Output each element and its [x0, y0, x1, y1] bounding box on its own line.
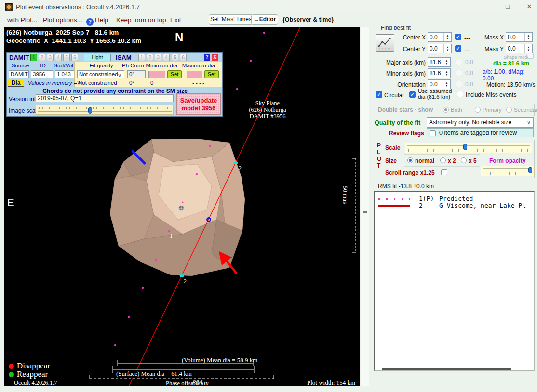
center-y-checkbox[interactable]: ✓	[455, 45, 461, 52]
observation-id[interactable]: 1(P)	[419, 195, 434, 202]
col-minimum-dia: Minimum dia	[146, 63, 177, 68]
minimum-dia-swatch[interactable]	[148, 71, 165, 78]
surface-mean-dia: (Surface) Mean dia = 61.4 km	[116, 370, 192, 378]
memory-ph-corrn: 0°	[129, 80, 134, 86]
center-x-checkbox[interactable]: ✓	[455, 34, 461, 40]
spinner-arrows-icon[interactable]: ▲▼	[443, 58, 450, 66]
include-miss-label: Include Miss events	[466, 91, 516, 98]
isam-model-4-button[interactable]: 4	[163, 54, 170, 61]
minimize-button[interactable]: —	[479, 2, 493, 11]
observations-listbox[interactable]: 1(P) Predicted 2 G Viscome, near Lake Pl	[374, 191, 535, 371]
set-minimum-button[interactable]: Set	[167, 70, 182, 78]
slider-rail	[483, 168, 532, 169]
editor-button[interactable]: →Editor	[251, 14, 278, 25]
size-normal-radio[interactable]	[407, 157, 413, 163]
isam-model-5-button[interactable]: 5	[172, 54, 178, 61]
orientation-label: Orientation	[385, 81, 426, 88]
slider-rail	[407, 145, 530, 146]
damit-help-button[interactable]: ?	[204, 54, 210, 61]
observation-name[interactable]: Predicted	[439, 195, 473, 202]
minor-axis-checkbox[interactable]	[456, 70, 462, 76]
light-curves-button[interactable]: Light curves	[84, 54, 111, 61]
menu-keep-on-top[interactable]: Keep form on top	[116, 16, 166, 24]
shape-model-checkbox[interactable]	[528, 53, 534, 59]
damit-model-1-button[interactable]: 1	[30, 54, 37, 61]
mass-y-spinner[interactable]: 0.0▲▼	[506, 44, 533, 53]
set-miss-times-button[interactable]: Set 'Miss' Times	[209, 14, 253, 25]
form-opacity-thumb[interactable]	[528, 167, 532, 173]
fit-quality-select[interactable]: Not constrained∨	[77, 70, 124, 78]
menu-help[interactable]: ?Help	[86, 16, 108, 26]
damit-model-4-button[interactable]: 4	[55, 54, 62, 61]
isam-model-3-button[interactable]: 3	[155, 54, 161, 61]
splitter-grip	[363, 211, 367, 213]
review-flags-checkbox[interactable]	[430, 130, 436, 136]
minor-axis-spinner[interactable]: 81.6▲▼	[428, 68, 451, 78]
menu-plot-options[interactable]: Plot options...	[43, 16, 82, 24]
major-axis-checkbox[interactable]	[456, 59, 462, 65]
dia-button[interactable]: Dia	[8, 79, 24, 87]
double-both-radio[interactable]	[443, 107, 449, 113]
plot-letter-t: T	[377, 162, 380, 169]
slider-rail	[38, 111, 172, 112]
maximum-dia-swatch[interactable]	[187, 71, 202, 78]
double-primary-radio[interactable]	[475, 107, 481, 113]
observation-id[interactable]: 2	[419, 202, 423, 209]
scale-slider-thumb[interactable]	[463, 144, 467, 150]
center-y-spinner[interactable]: 0.0▲▼	[428, 44, 452, 53]
isam-model-6-button[interactable]: 6	[180, 54, 187, 61]
memory-fit-quality: Not constrained	[78, 80, 117, 86]
spinner-arrows-icon[interactable]: ▲▼	[524, 33, 532, 41]
horizontal-scrollbar[interactable]	[382, 368, 511, 370]
spinner-arrows-icon[interactable]: ▲▼	[524, 44, 532, 53]
major-axis-alt: 0.0	[465, 59, 473, 65]
damit-close-button[interactable]: X	[212, 54, 218, 61]
center-x-spinner[interactable]: 0.0▲▼	[428, 32, 452, 42]
set-maximum-button[interactable]: Set	[204, 70, 219, 78]
major-axis-spinner[interactable]: 81.6▲▼	[428, 57, 451, 67]
dia-readout: dia = 81.6 km	[493, 60, 529, 67]
quality-of-fit-select[interactable]: Astrometry only. No reliable size∨	[427, 117, 534, 128]
scroll-range-checkbox[interactable]	[441, 169, 447, 175]
isam-model-2-button[interactable]: 2	[147, 54, 153, 61]
scale-label: Scale	[385, 144, 400, 151]
spinner-arrows-icon[interactable]: ▲▼	[443, 44, 451, 53]
image-scale-thumb[interactable]	[88, 107, 92, 114]
spinner-arrows-icon[interactable]: ▲▼	[443, 33, 451, 41]
legend-reappear: Reappear	[17, 369, 48, 379]
orientation-spinner[interactable]: 0.0▲▼	[428, 79, 451, 89]
sky-plane-plot[interactable]: (626) Notburga 2025 Sep 7 81.6 km Geocen…	[4, 27, 360, 386]
size-x2-radio[interactable]	[440, 157, 446, 163]
damit-model-6-button[interactable]: 6	[71, 54, 78, 61]
col-surfvol: Surf/Vol	[53, 63, 74, 68]
east-label: E	[7, 196, 14, 209]
use-assumed-checkbox[interactable]: ✓	[409, 91, 416, 98]
damit-model-2-button[interactable]: 2	[39, 54, 45, 61]
menu-with-plot[interactable]: with Plot...	[7, 16, 37, 24]
size-x5-radio[interactable]	[461, 157, 467, 163]
close-button[interactable]: ✕	[522, 2, 537, 11]
spinner-arrows-icon[interactable]: ▲▼	[443, 80, 450, 89]
isam-model-1-button[interactable]: 1	[138, 54, 145, 61]
include-miss-checkbox[interactable]	[457, 91, 463, 97]
double-secondary-radio[interactable]	[506, 107, 512, 113]
version-info-field[interactable]: 2019-05-07, Q=1	[36, 94, 174, 102]
image-scale-slider[interactable]	[36, 105, 174, 115]
memory-maximum: - - - -	[192, 80, 204, 86]
splitter[interactable]	[361, 27, 369, 386]
save-update-model-button[interactable]: Save/updatemodel 3956	[176, 93, 221, 115]
ph-corrn-value[interactable]: 0°	[127, 70, 146, 78]
orientation-checkbox[interactable]	[456, 81, 462, 87]
fit-model-button[interactable]	[376, 34, 394, 52]
damit-model-3-button[interactable]: 3	[47, 54, 54, 61]
spinner-arrows-icon[interactable]: ▲▼	[443, 69, 450, 78]
observation-name[interactable]: G Viscome, near Lake Pl	[439, 202, 533, 209]
center-marker	[178, 205, 184, 211]
damit-model-5-button[interactable]: 5	[63, 54, 70, 61]
menu-exit[interactable]: Exit	[170, 16, 181, 24]
mass-x-spinner[interactable]: 0.0▲▼	[506, 32, 533, 42]
circular-checkbox[interactable]: ✓	[376, 91, 382, 98]
scale-slider[interactable]	[405, 143, 532, 153]
form-opacity-slider[interactable]	[481, 166, 535, 176]
maximize-button[interactable]: □	[500, 2, 515, 11]
